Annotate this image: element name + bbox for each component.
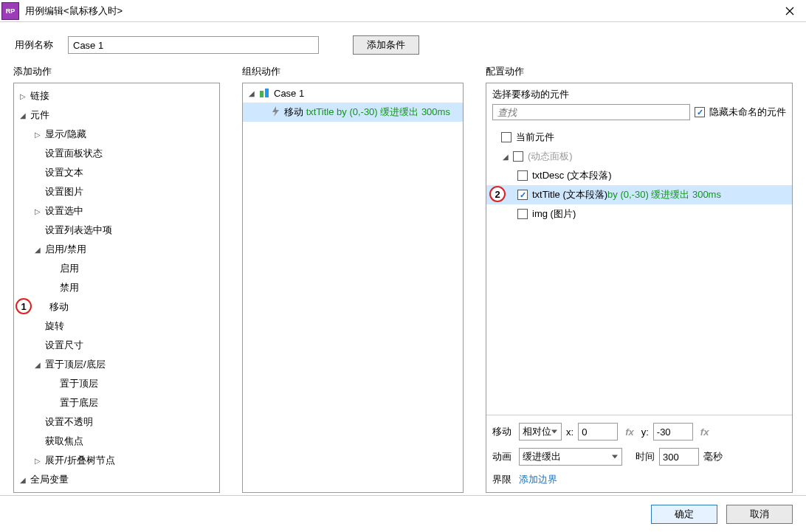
- action-tree-item[interactable]: 设置文本: [14, 163, 219, 182]
- tree-item-label: 设置图片: [45, 185, 83, 198]
- tree-toggle-icon[interactable]: ◢: [33, 361, 42, 369]
- hide-unnamed-label: 隐藏未命名的元件: [709, 106, 786, 119]
- tree-item-label: 移动: [49, 300, 69, 314]
- tree-item-label: 置于顶层/底层: [45, 358, 106, 371]
- action-row[interactable]: 移动 txtTitle by (0,-30) 缓进缓出 300ms: [243, 103, 463, 122]
- widget-toggle-icon[interactable]: ◢: [501, 153, 510, 161]
- widget-checkbox[interactable]: [513, 151, 523, 162]
- tree-toggle-icon[interactable]: ▷: [18, 92, 27, 100]
- tree-item-label: 全局变量: [30, 473, 69, 486]
- tree-toggle-icon[interactable]: ◢: [18, 476, 27, 484]
- widget-detail: by (0,-30) 缓进缓出 300ms: [607, 188, 721, 201]
- move-y-input[interactable]: [653, 423, 693, 441]
- move-mode-select[interactable]: 相对位: [519, 423, 562, 441]
- x-label: x:: [566, 426, 574, 438]
- close-icon: [785, 7, 794, 15]
- widget-checkbox[interactable]: [501, 132, 512, 142]
- action-tree-item[interactable]: ◢启用/禁用: [14, 240, 219, 259]
- action-tree-item[interactable]: 获取焦点: [14, 432, 219, 451]
- widget-label: txtTitle (文本段落): [532, 188, 607, 201]
- action-tree-item[interactable]: 设置不透明: [14, 412, 219, 432]
- tree-item-label: 设置选中: [45, 204, 83, 218]
- tree-item-label: 启用/禁用: [45, 243, 86, 256]
- y-label: y:: [641, 426, 649, 438]
- time-label: 时间: [636, 450, 655, 463]
- tree-item-label: 设置尺寸: [45, 339, 83, 352]
- move-x-input[interactable]: [578, 423, 618, 441]
- close-button[interactable]: [773, 0, 806, 22]
- case-name-label: 用例名称: [15, 38, 61, 52]
- action-tree-item[interactable]: 禁用: [14, 278, 219, 297]
- tree-item-label: 设置不透明: [45, 415, 93, 429]
- tree-item-label: 元件: [30, 108, 49, 122]
- svg-rect-2: [260, 91, 264, 97]
- tree-item-label: 启用: [60, 262, 79, 275]
- case-name-input[interactable]: [68, 36, 319, 54]
- action-tree-item[interactable]: ▷显示/隐藏: [14, 125, 219, 144]
- action-tree-item[interactable]: 移动: [14, 297, 219, 317]
- case-row[interactable]: ◢ Case 1: [243, 83, 463, 103]
- action-detail: txtTitle by (0,-30) 缓进缓出 300ms: [306, 106, 450, 119]
- tree-item-label: 设置文本: [45, 166, 83, 179]
- action-tree-item[interactable]: 旋转: [14, 317, 219, 336]
- add-bounds-link[interactable]: 添加边界: [519, 473, 557, 486]
- add-action-heading: 添加动作: [13, 65, 220, 78]
- easing-select[interactable]: 缓进缓出: [519, 448, 622, 466]
- hide-unnamed-checkbox[interactable]: [695, 107, 705, 117]
- action-tree-item[interactable]: 设置列表选中项: [14, 221, 219, 240]
- app-icon: RP: [1, 2, 19, 20]
- tree-toggle-icon[interactable]: ▷: [33, 207, 42, 215]
- fx-x-button[interactable]: fx: [622, 426, 637, 438]
- widget-label: 当前元件: [516, 131, 554, 144]
- cancel-button[interactable]: 取消: [726, 505, 793, 524]
- action-tree-item[interactable]: ◢置于顶层/底层: [14, 355, 219, 374]
- action-tree-item[interactable]: 置于顶层: [14, 374, 219, 393]
- bounds-label: 界限: [492, 473, 514, 486]
- action-tree-item[interactable]: 设置尺寸: [14, 336, 219, 355]
- case-label: Case 1: [274, 88, 304, 99]
- search-input[interactable]: [492, 104, 690, 120]
- fx-y-button[interactable]: fx: [698, 426, 712, 438]
- tree-item-label: 显示/隐藏: [45, 128, 86, 141]
- widget-checkbox[interactable]: [517, 190, 528, 200]
- widget-row[interactable]: txtDesc (文本段落): [486, 166, 792, 185]
- widget-row[interactable]: 当前元件: [486, 128, 792, 147]
- move-label: 移动: [492, 425, 514, 438]
- case-toggle-icon[interactable]: ◢: [247, 89, 256, 97]
- actions-tree-panel[interactable]: ▷链接◢元件▷显示/隐藏设置面板状态设置文本设置图片▷设置选中设置列表选中项◢启…: [13, 83, 220, 493]
- action-tree-item[interactable]: 设置图片: [14, 182, 219, 201]
- action-tree-item[interactable]: ▷链接: [14, 86, 219, 106]
- configure-panel: 选择要移动的元件 隐藏未命名的元件 当前元件◢ (动态面板) txtDesc (…: [486, 83, 793, 493]
- svg-marker-4: [272, 106, 279, 117]
- widget-label: (动态面板): [528, 150, 573, 163]
- action-tree-item[interactable]: 置于底层: [14, 393, 219, 412]
- tree-toggle-icon[interactable]: ▷: [33, 131, 42, 139]
- ok-button[interactable]: 确定: [651, 505, 717, 524]
- action-tree-item[interactable]: ◢全局变量: [14, 470, 219, 489]
- widget-row[interactable]: txtTitle (文本段落) by (0,-30) 缓进缓出 300ms: [486, 185, 792, 204]
- widget-checkbox[interactable]: [517, 170, 528, 181]
- action-tree-item[interactable]: 启用: [14, 259, 219, 278]
- case-icon: [259, 88, 269, 98]
- action-tree-item[interactable]: 设置面板状态: [14, 144, 219, 163]
- action-tree-item[interactable]: ▷设置选中: [14, 201, 219, 221]
- anim-time-input[interactable]: [659, 448, 699, 466]
- widget-tree: 当前元件◢ (动态面板) txtDesc (文本段落) txtTitle (文本…: [486, 125, 792, 415]
- organize-panel: ◢ Case 1 移动 txtTitle by (0,-30) 缓进缓出 300…: [242, 83, 464, 493]
- widget-label: img (图片): [532, 207, 576, 221]
- svg-rect-3: [265, 89, 269, 97]
- tree-toggle-icon[interactable]: ◢: [33, 246, 42, 254]
- widget-row[interactable]: ◢ (动态面板): [486, 147, 792, 166]
- tree-item-label: 设置面板状态: [45, 147, 103, 160]
- widget-row[interactable]: img (图片): [486, 204, 792, 224]
- add-condition-button[interactable]: 添加条件: [353, 35, 419, 55]
- action-tree-item[interactable]: ◢元件: [14, 106, 219, 125]
- widget-label: txtDesc (文本段落): [532, 169, 612, 182]
- action-tree-item[interactable]: ▷展开/折叠树节点: [14, 451, 219, 470]
- time-unit: 毫秒: [703, 450, 723, 463]
- tree-toggle-icon[interactable]: ▷: [33, 457, 42, 465]
- tree-toggle-icon[interactable]: ◢: [18, 111, 27, 120]
- widget-checkbox[interactable]: [517, 209, 528, 219]
- action-label: 移动: [284, 106, 303, 119]
- tree-item-label: 链接: [30, 89, 49, 103]
